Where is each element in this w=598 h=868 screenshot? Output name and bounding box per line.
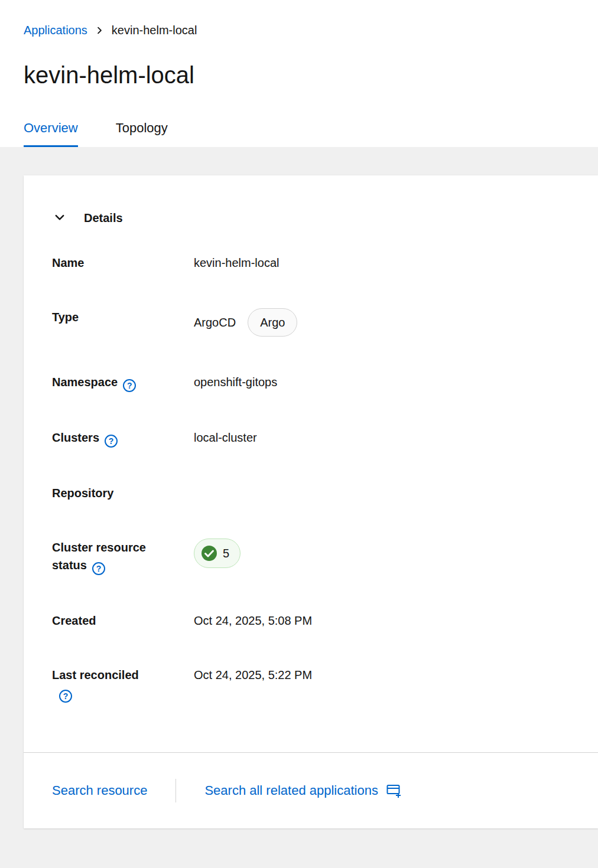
detail-label: Name <box>52 254 170 272</box>
search-related-label: Search all related applications <box>204 783 378 798</box>
detail-row-name: Name kevin-helm-local <box>52 254 570 272</box>
chevron-down-icon <box>54 212 65 224</box>
detail-label: Repository <box>52 484 170 502</box>
collapse-section-button[interactable] <box>52 210 67 227</box>
argo-badge: Argo <box>248 308 297 337</box>
details-card-footer: Search resource Search all related appli… <box>24 752 598 828</box>
help-icon[interactable]: ? <box>105 435 118 448</box>
details-card-body: Details Name kevin-helm-local Type ArgoC… <box>24 175 598 752</box>
details-section-header: Details <box>52 210 570 227</box>
help-icon[interactable]: ? <box>123 379 136 392</box>
detail-row-cluster-resource-status: Cluster resource status? 5 <box>52 539 570 575</box>
detail-value: 5 <box>194 539 240 568</box>
page-title: kevin-helm-local <box>24 62 598 89</box>
detail-row-last-reconciled: Last reconciled ? Oct 24, 2025, 5:22 PM <box>52 666 570 703</box>
breadcrumb: Applications kevin-helm-local <box>24 24 598 37</box>
detail-label: Clusters? <box>52 429 170 448</box>
detail-value: local-cluster <box>194 429 257 446</box>
related-applications-icon <box>386 783 402 798</box>
detail-row-namespace: Namespace? openshift-gitops <box>52 373 570 392</box>
type-text: ArgoCD <box>194 314 236 331</box>
search-resource-link[interactable]: Search resource <box>52 783 147 798</box>
detail-value: Oct 24, 2025, 5:22 PM <box>194 666 312 684</box>
detail-row-repository: Repository <box>52 484 570 502</box>
detail-value: ArgoCD Argo <box>194 308 297 337</box>
footer-divider <box>176 779 176 802</box>
detail-label: Type <box>52 308 170 326</box>
tab-topology[interactable]: Topology <box>116 120 168 147</box>
page-header: Applications kevin-helm-local kevin-helm… <box>0 0 598 147</box>
detail-row-type: Type ArgoCD Argo <box>52 308 570 337</box>
help-icon[interactable]: ? <box>59 690 72 703</box>
details-section-title: Details <box>84 211 123 225</box>
application-details-page: Applications kevin-helm-local kevin-helm… <box>0 0 598 868</box>
detail-value: Oct 24, 2025, 5:08 PM <box>194 612 312 629</box>
main-content: Details Name kevin-helm-local Type ArgoC… <box>0 147 598 868</box>
detail-row-clusters: Clusters? local-cluster <box>52 429 570 448</box>
detail-label-text: Namespace <box>52 376 118 389</box>
detail-label: Namespace? <box>52 373 170 392</box>
tab-bar: Overview Topology <box>24 120 598 147</box>
help-icon[interactable]: ? <box>92 562 105 575</box>
tab-overview[interactable]: Overview <box>24 120 78 147</box>
detail-value: kevin-helm-local <box>194 254 280 272</box>
detail-value: openshift-gitops <box>194 373 277 391</box>
detail-label: Last reconciled ? <box>52 666 170 703</box>
detail-label-text: Clusters <box>52 431 99 444</box>
breadcrumb-current: kevin-helm-local <box>112 24 197 37</box>
detail-row-created: Created Oct 24, 2025, 5:08 PM <box>52 612 570 629</box>
check-circle-icon <box>201 545 217 562</box>
chevron-right-icon <box>96 27 103 34</box>
detail-label: Created <box>52 612 170 629</box>
status-count: 5 <box>223 544 229 562</box>
healthy-status-badge[interactable]: 5 <box>194 539 240 568</box>
detail-label-text: Last reconciled <box>52 668 139 681</box>
detail-label: Cluster resource status? <box>52 539 170 575</box>
details-card: Details Name kevin-helm-local Type ArgoC… <box>24 175 598 828</box>
details-rows: Name kevin-helm-local Type ArgoCD Argo <box>52 254 570 703</box>
search-related-applications-link[interactable]: Search all related applications <box>204 783 402 798</box>
breadcrumb-applications-link[interactable]: Applications <box>24 24 87 37</box>
